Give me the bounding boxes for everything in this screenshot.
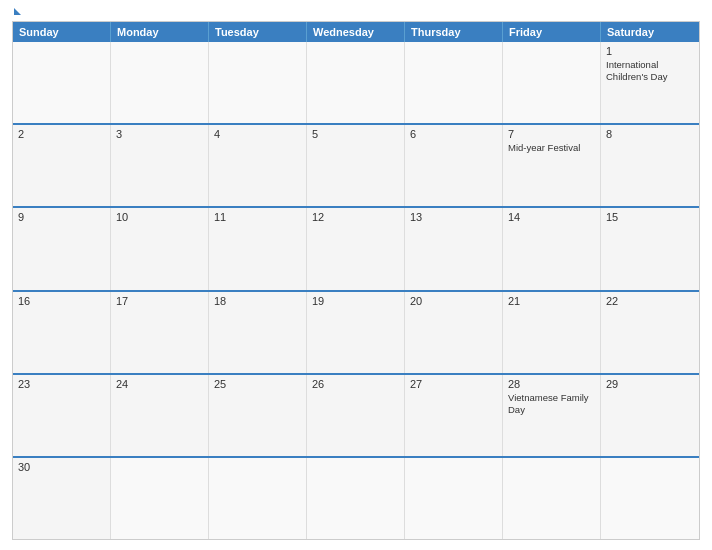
event-label: Vietnamese Family Day — [508, 392, 595, 417]
calendar-cell — [503, 458, 601, 539]
calendar-cell: 10 — [111, 208, 209, 289]
calendar-cell: 3 — [111, 125, 209, 206]
calendar-cell: 15 — [601, 208, 699, 289]
day-number: 6 — [410, 128, 497, 140]
calendar-cell — [209, 42, 307, 123]
calendar-week-4: 16171819202122 — [13, 290, 699, 373]
calendar-cell: 30 — [13, 458, 111, 539]
day-number: 30 — [18, 461, 105, 473]
calendar-cell: 23 — [13, 375, 111, 456]
day-number: 28 — [508, 378, 595, 390]
day-number: 17 — [116, 295, 203, 307]
calendar-cell — [209, 458, 307, 539]
calendar-cell: 16 — [13, 292, 111, 373]
day-number: 18 — [214, 295, 301, 307]
calendar-week-6: 30 — [13, 456, 699, 539]
calendar-cell — [111, 458, 209, 539]
calendar-body: 1International Children's Day234567Mid-y… — [13, 42, 699, 539]
day-number: 4 — [214, 128, 301, 140]
event-label: International Children's Day — [606, 59, 694, 84]
day-number: 12 — [312, 211, 399, 223]
day-number: 21 — [508, 295, 595, 307]
calendar-cell — [307, 458, 405, 539]
day-number: 29 — [606, 378, 694, 390]
calendar-cell: 13 — [405, 208, 503, 289]
day-number: 5 — [312, 128, 399, 140]
calendar-cell: 7Mid-year Festival — [503, 125, 601, 206]
day-number: 25 — [214, 378, 301, 390]
col-wednesday: Wednesday — [307, 22, 405, 42]
calendar-header-row: Sunday Monday Tuesday Wednesday Thursday… — [13, 22, 699, 42]
day-number: 9 — [18, 211, 105, 223]
calendar-cell — [405, 42, 503, 123]
calendar-cell: 17 — [111, 292, 209, 373]
header — [12, 10, 700, 15]
day-number: 15 — [606, 211, 694, 223]
calendar-cell: 20 — [405, 292, 503, 373]
calendar-cell: 21 — [503, 292, 601, 373]
calendar-cell — [307, 42, 405, 123]
calendar-cell — [111, 42, 209, 123]
calendar-cell: 25 — [209, 375, 307, 456]
calendar-cell: 12 — [307, 208, 405, 289]
day-number: 2 — [18, 128, 105, 140]
logo — [12, 10, 21, 15]
calendar-cell: 27 — [405, 375, 503, 456]
day-number: 1 — [606, 45, 694, 57]
calendar-cell: 29 — [601, 375, 699, 456]
col-sunday: Sunday — [13, 22, 111, 42]
calendar-cell: 6 — [405, 125, 503, 206]
calendar-cell: 9 — [13, 208, 111, 289]
calendar-cell — [503, 42, 601, 123]
day-number: 22 — [606, 295, 694, 307]
calendar-cell: 1International Children's Day — [601, 42, 699, 123]
day-number: 26 — [312, 378, 399, 390]
calendar-cell: 28Vietnamese Family Day — [503, 375, 601, 456]
col-friday: Friday — [503, 22, 601, 42]
event-label: Mid-year Festival — [508, 142, 595, 154]
calendar-cell: 22 — [601, 292, 699, 373]
calendar-week-1: 1International Children's Day — [13, 42, 699, 123]
calendar-cell: 14 — [503, 208, 601, 289]
calendar-cell: 8 — [601, 125, 699, 206]
calendar-cell: 4 — [209, 125, 307, 206]
calendar-cell: 24 — [111, 375, 209, 456]
day-number: 11 — [214, 211, 301, 223]
day-number: 16 — [18, 295, 105, 307]
calendar-cell: 18 — [209, 292, 307, 373]
calendar-cell — [405, 458, 503, 539]
calendar-cell — [13, 42, 111, 123]
calendar: Sunday Monday Tuesday Wednesday Thursday… — [12, 21, 700, 540]
day-number: 10 — [116, 211, 203, 223]
calendar-cell: 26 — [307, 375, 405, 456]
day-number: 19 — [312, 295, 399, 307]
calendar-week-2: 234567Mid-year Festival8 — [13, 123, 699, 206]
day-number: 7 — [508, 128, 595, 140]
day-number: 3 — [116, 128, 203, 140]
logo-triangle-icon — [14, 8, 21, 15]
calendar-cell: 11 — [209, 208, 307, 289]
calendar-cell: 5 — [307, 125, 405, 206]
col-saturday: Saturday — [601, 22, 699, 42]
calendar-week-3: 9101112131415 — [13, 206, 699, 289]
day-number: 27 — [410, 378, 497, 390]
day-number: 8 — [606, 128, 694, 140]
col-monday: Monday — [111, 22, 209, 42]
day-number: 14 — [508, 211, 595, 223]
col-tuesday: Tuesday — [209, 22, 307, 42]
col-thursday: Thursday — [405, 22, 503, 42]
day-number: 20 — [410, 295, 497, 307]
calendar-week-5: 232425262728Vietnamese Family Day29 — [13, 373, 699, 456]
calendar-cell — [601, 458, 699, 539]
page: Sunday Monday Tuesday Wednesday Thursday… — [0, 0, 712, 550]
calendar-cell: 2 — [13, 125, 111, 206]
day-number: 24 — [116, 378, 203, 390]
calendar-cell: 19 — [307, 292, 405, 373]
day-number: 13 — [410, 211, 497, 223]
day-number: 23 — [18, 378, 105, 390]
